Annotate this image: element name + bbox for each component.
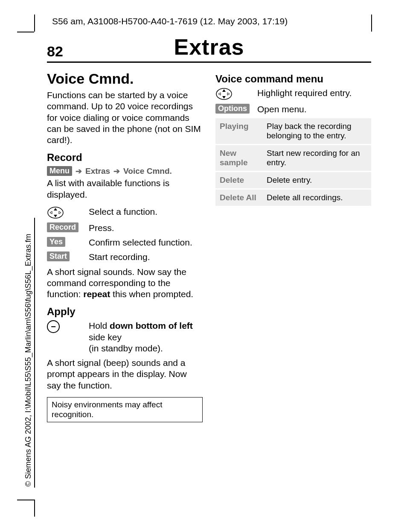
title-bar: 82 Extras [47,34,371,63]
yes-softkey: Yes [47,237,65,247]
table-row: New sample Start new recording for an en… [215,145,371,172]
side-rule [34,218,35,488]
menu-desc: Delete all recordings. [262,189,371,206]
table-row: Delete All Delete all recordings. [215,189,371,206]
svg-marker-6 [222,89,226,92]
page-number: 82 [47,43,81,60]
yes-action-text: Confirm selected function. [89,237,192,248]
nav-key-icon [215,88,233,100]
crop-mark [34,15,35,32]
record-line1: A list with available functions is displ… [47,178,203,200]
subheading-menu: Voice command menu [215,73,371,85]
menu-label: Delete [215,172,262,189]
menu-label: Playing [215,118,262,145]
table-row: Delete Delete entry. [215,172,371,189]
menu-desc: Play back the recording belonging to the… [262,118,371,145]
doc-header: S56 am, A31008-H5700-A40-1-7619 (12. May… [52,16,288,26]
left-column: Voice Cmnd. Functions can be started by … [47,70,203,422]
hold-pre: Hold [89,321,110,330]
svg-marker-1 [54,208,57,210]
options-softkey: Options [215,104,250,114]
hold-bold: down bottom of left [110,321,193,330]
menu-desc: Delete entry. [262,172,371,189]
svg-marker-9 [227,93,230,95]
page-title: Extras [81,34,337,60]
arrow-icon: ➔ [76,167,82,176]
outro-bold: repeat [83,289,110,299]
hold-mid: side key [89,332,122,342]
nav-key-icon [47,206,64,219]
copyright-text: © Siemens AG 2002, I:\Mobil\L55\S55_Marl… [24,234,33,487]
menu-softkey: Menu [47,166,72,176]
right-column: Voice command menu Highlight required en… [215,70,371,422]
nav-extras: Extras [85,167,110,176]
hold-post: (in standby mode). [89,343,163,353]
note-box: Noisy environments may affect recognitio… [47,397,203,423]
outro-post: this when prompted. [110,289,193,299]
subheading-record: Record [47,152,203,164]
crop-mark [371,15,372,32]
record-outro: A short signal sounds. Now say the comma… [47,266,203,300]
menu-label: New sample [215,145,262,172]
arrow-icon: ➔ [113,167,120,176]
svg-marker-8 [218,93,221,95]
menu-label: Delete All [215,189,262,206]
apply-outro: A short signal (beep) sounds and a promp… [47,357,203,391]
crop-mark [17,500,34,500]
record-action-text: Press. [89,222,114,234]
svg-marker-2 [54,215,57,217]
menu-desc: Start new recording for an entry. [262,145,371,172]
minus-key-icon: − [47,320,60,333]
record-softkey: Record [47,222,78,232]
subheading-apply: Apply [47,306,203,318]
intro-text: Functions can be started by a voice comm… [47,90,203,146]
svg-marker-7 [222,96,226,99]
table-row: Playing Play back the recording belongin… [215,118,371,145]
options-menu-table: Playing Play back the recording belongin… [215,118,371,206]
highlight-text: Highlight required entry. [257,88,352,100]
apply-hold-text: Hold down bottom of left side key (in st… [89,320,203,354]
start-action-text: Start recording. [89,251,150,263]
section-heading: Voice Cmnd. [47,70,203,87]
nav-voice: Voice Cmnd. [123,167,172,176]
nav-breadcrumb: Menu ➔ Extras ➔ Voice Cmnd. [47,166,203,176]
crop-mark [34,500,35,517]
svg-marker-3 [50,211,52,214]
crop-mark [17,32,34,32]
svg-marker-4 [59,211,61,214]
start-softkey: Start [47,251,70,261]
options-text: Open menu. [257,104,307,115]
select-function-text: Select a function. [89,206,157,219]
